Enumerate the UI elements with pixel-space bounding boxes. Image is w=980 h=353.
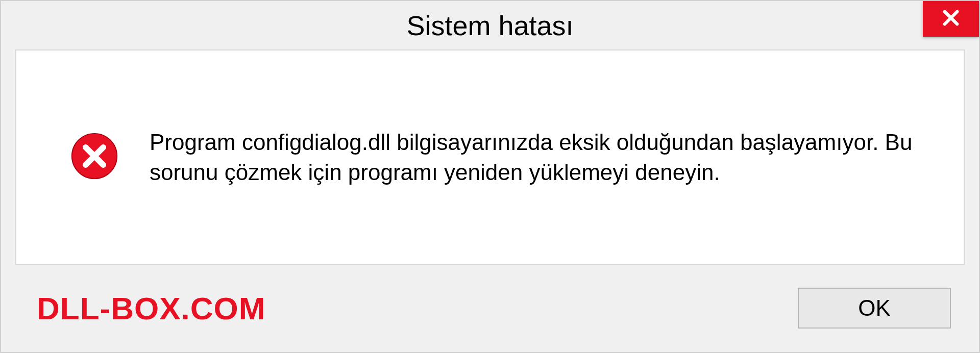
dialog-title: Sistem hatası	[406, 10, 573, 41]
content-panel: Program configdialog.dll bilgisayarınızd…	[15, 49, 965, 265]
close-button[interactable]	[923, 1, 979, 37]
watermark-text: DLL-BOX.COM	[37, 290, 265, 326]
error-message: Program configdialog.dll bilgisayarınızd…	[150, 127, 933, 188]
close-icon	[940, 7, 962, 31]
error-dialog: Sistem hatası Program configdialog.dll b…	[0, 0, 980, 353]
error-icon	[70, 132, 119, 183]
titlebar: Sistem hatası	[1, 1, 979, 49]
dialog-footer: DLL-BOX.COM OK	[1, 265, 979, 351]
ok-button-label: OK	[858, 295, 891, 321]
ok-button[interactable]: OK	[798, 288, 951, 329]
